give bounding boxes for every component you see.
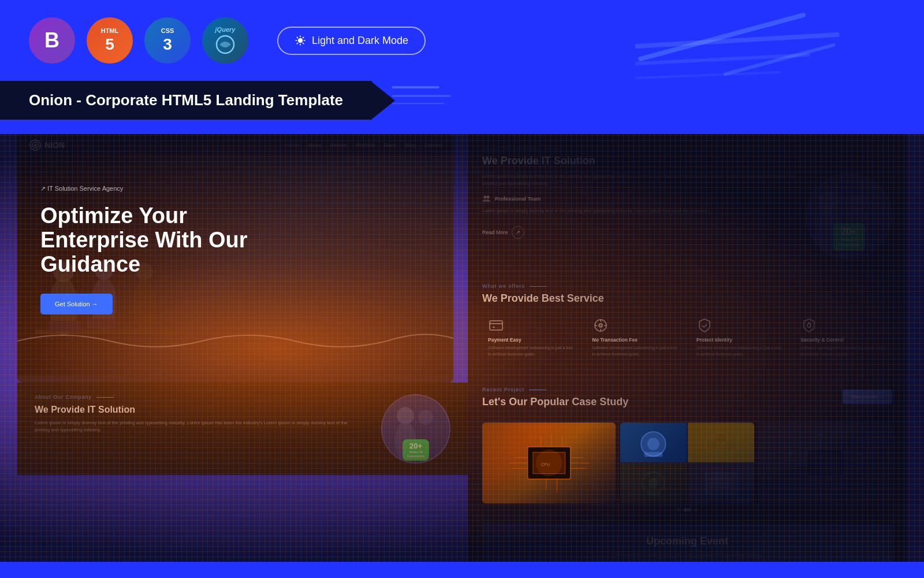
agency-label: ↗ IT Solution Service Agency — [40, 185, 430, 192]
hero-title: Optimize Your Enterprise With Our Guidan… — [40, 204, 271, 276]
right-panel: About Our Company We Provide IT Solution… — [468, 134, 907, 562]
hero-content: ↗ IT Solution Service Agency Optimize Yo… — [17, 156, 453, 343]
html5-badge: HTML 5 — [87, 17, 133, 64]
title-banner-inner: Onion - Corporate HTML5 Landing Template — [0, 81, 372, 120]
top-header: B HTML 5 CSS 3 jQuery Light and Dark M — [0, 0, 924, 81]
css3-badge: CSS 3 — [144, 17, 191, 64]
get-solution-button[interactable]: Get Solution → — [40, 294, 113, 314]
case-study-section: Recent Project Let's Our Popular Case St… — [482, 375, 892, 524]
case-image-circuit: CPU — [482, 423, 616, 503]
main-content: NION Home About Service Portfolio Team B… — [0, 134, 924, 562]
title-banner: Onion - Corporate HTML5 Landing Template — [0, 81, 924, 120]
bootstrap-badge: B — [29, 17, 75, 64]
svg-text:CPU: CPU — [541, 462, 550, 467]
preview-hero: ↗ IT Solution Service Agency Optimize Yo… — [17, 156, 453, 376]
svg-point-4 — [298, 38, 303, 43]
title-banner-arrow — [372, 82, 395, 119]
jquery-badge: jQuery — [202, 17, 248, 64]
svg-rect-47 — [644, 452, 663, 457]
svg-point-46 — [647, 438, 660, 450]
mode-toggle-button[interactable]: Light and Dark Mode — [277, 27, 426, 55]
mode-button-label: Light and Dark Mode — [312, 35, 408, 47]
case-images: CPU — [482, 423, 892, 503]
title-banner-text: Onion - Corporate HTML5 Landing Template — [29, 91, 343, 109]
